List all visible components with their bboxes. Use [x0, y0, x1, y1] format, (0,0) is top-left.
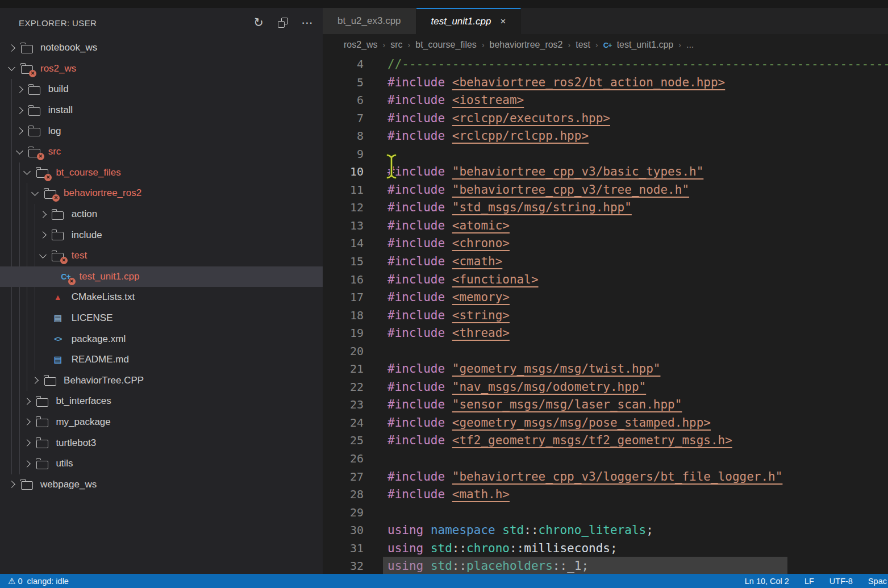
tree-folder-my-package[interactable]: my_package: [0, 412, 323, 433]
error-badge: ✕: [29, 70, 36, 77]
problems-indicator[interactable]: ⚠ 0: [8, 576, 23, 586]
chevron-right-icon: [24, 439, 31, 447]
code-line-25[interactable]: 25#include <tf2_geometry_msgs/tf2_geomet…: [323, 432, 888, 450]
breadcrumb-separator: ›: [595, 40, 598, 49]
code-line-22[interactable]: 22#include "nav_msgs/msg/odometry.hpp": [323, 378, 888, 397]
line-number: 27: [323, 468, 364, 486]
tree-file-package-xml[interactable]: <>package.xml: [0, 328, 323, 349]
code-line-14[interactable]: 14#include <chrono>: [323, 235, 888, 253]
tree-folder-log[interactable]: log: [0, 120, 323, 141]
code-line-7[interactable]: 7#include <rclcpp/executors.hpp>: [323, 110, 888, 128]
indentation-indicator[interactable]: Spac: [868, 577, 887, 586]
tree-folder-ros2-ws[interactable]: ✕ros2_ws: [0, 59, 323, 80]
code-line-27[interactable]: 27#include "behaviortree_cpp_v3/loggers/…: [323, 468, 888, 486]
tree-file-test-unit1-cpp[interactable]: C+✕test_unit1.cpp: [0, 266, 323, 287]
folder-icon: [44, 377, 56, 386]
chevron-right-icon: [8, 44, 15, 52]
line-number: 6: [323, 91, 364, 110]
tree-folder-turtlebot3[interactable]: turtlebot3: [0, 432, 323, 453]
breadcrumb-item[interactable]: src: [390, 40, 402, 50]
horizontal-scrollbar[interactable]: [383, 557, 787, 574]
breadcrumb-tail[interactable]: ...: [686, 40, 694, 50]
breadcrumb-item[interactable]: bt_course_files: [415, 40, 477, 50]
code-line-19[interactable]: 19#include <thread>: [323, 324, 888, 343]
tree-folder-src[interactable]: ✕src: [0, 141, 323, 162]
tree-file-cmakelists-txt[interactable]: ▲CMakeLists.txt: [0, 287, 323, 308]
tree-item-label: install: [48, 105, 73, 116]
line-number: 15: [323, 253, 364, 271]
file-tree: notebook_ws✕ros2_wsbuildinstalllog✕src✕b…: [0, 37, 323, 495]
eol-indicator[interactable]: LF: [804, 577, 814, 586]
tree-item-label: build: [48, 84, 69, 95]
code-line-15[interactable]: 15#include <cmath>: [323, 253, 888, 271]
tree-item-label: test: [72, 250, 87, 261]
tree-folder-behaviortree-ros2[interactable]: ✕behaviortree_ros2: [0, 183, 323, 204]
chevron-right-icon: [8, 481, 15, 488]
tree-file-readme-md[interactable]: ▤README.md: [0, 349, 323, 370]
cursor-position[interactable]: Ln 10, Col 2: [745, 577, 789, 586]
code-line-6[interactable]: 6#include <iostream>: [323, 91, 888, 110]
code-line-31[interactable]: 31using std::chrono::milliseconds;: [323, 540, 888, 558]
folder-icon: [28, 128, 40, 136]
code-line-18[interactable]: 18#include <string>: [323, 307, 888, 325]
tree-folder-install[interactable]: install: [0, 100, 323, 121]
tab-bt-u2-ex3-cpp[interactable]: bt_u2_ex3.cpp: [323, 8, 416, 34]
refresh-icon[interactable]: ↻: [251, 15, 265, 30]
tree-folder-notebook-ws[interactable]: notebook_ws: [0, 37, 323, 59]
tree-item-label: behaviortree_ros2: [64, 187, 141, 199]
code-line-17[interactable]: 17#include <memory>: [323, 289, 888, 307]
code-line-24[interactable]: 24#include <geometry_msgs/msg/pose_stamp…: [323, 414, 888, 432]
code-line-30[interactable]: 30using namespace std::chrono_literals;: [323, 522, 888, 540]
code-line-11[interactable]: 11#include "behaviortree_cpp_v3/tree_nod…: [323, 181, 888, 199]
encoding-indicator[interactable]: UTF-8: [829, 577, 853, 586]
folder-icon: [21, 45, 33, 53]
tree-folder-bt-interfaces[interactable]: bt_interfaces: [0, 391, 323, 412]
tree-folder-utils[interactable]: utils: [0, 453, 323, 474]
tree-folder-include[interactable]: include: [0, 224, 323, 245]
close-icon[interactable]: ×: [500, 16, 506, 27]
breadcrumb-file[interactable]: test_unit1.cpp: [617, 40, 674, 50]
code-line-12[interactable]: 12#include "std_msgs/msg/string.hpp": [323, 199, 888, 217]
language-server-status[interactable]: clangd: idle: [27, 577, 69, 586]
code-line-5[interactable]: 5#include <behaviortree_ros2/bt_action_n…: [323, 74, 888, 92]
code-line-8[interactable]: 8#include <rclcpp/rclcpp.hpp>: [323, 127, 888, 145]
chevron-right-icon: [16, 107, 23, 114]
breadcrumb-item[interactable]: test: [576, 40, 590, 50]
breadcrumb-separator: ›: [568, 40, 571, 49]
code-line-9[interactable]: 9: [323, 145, 888, 164]
folder-icon: [36, 461, 48, 469]
code-line-20[interactable]: 20: [323, 343, 888, 361]
tree-folder-build[interactable]: build: [0, 79, 323, 100]
line-number: 26: [323, 450, 364, 468]
chevron-right-icon: [24, 460, 31, 468]
tree-folder-webpage-ws[interactable]: webpage_ws: [0, 474, 323, 495]
chevron-down-icon: [31, 189, 39, 196]
tree-file-license[interactable]: ▤LICENSE: [0, 308, 323, 329]
code-line-23[interactable]: 23#include "sensor_msgs/msg/laser_scan.h…: [323, 396, 888, 414]
breadcrumb-item[interactable]: behaviortree_ros2: [490, 40, 563, 50]
code-line-29[interactable]: 29: [323, 504, 888, 522]
chevron-right-icon: [16, 127, 23, 135]
tree-folder-action[interactable]: action: [0, 204, 323, 225]
tree-folder-bt-course-files[interactable]: ✕bt_course_files: [0, 162, 323, 184]
code-line-28[interactable]: 28#include <math.h>: [323, 486, 888, 504]
code-line-26[interactable]: 26: [323, 450, 888, 468]
explorer-header: EXPLORER: USER ↻ ⋯: [0, 8, 323, 37]
chevron-right-icon: [24, 398, 31, 405]
code-line-16[interactable]: 16#include <functional>: [323, 271, 888, 289]
license-file-icon: ▤: [54, 313, 62, 323]
code-line-10[interactable]: 10#include "behaviortree_cpp_v3/basic_ty…: [323, 163, 888, 181]
collapse-folders-icon[interactable]: [277, 16, 289, 29]
code-line-21[interactable]: 21#include "geometry_msgs/msg/twist.hpp": [323, 360, 888, 378]
line-number: 17: [323, 289, 364, 307]
more-actions-icon[interactable]: ⋯: [301, 16, 314, 29]
code-line-13[interactable]: 13#include <atomic>: [323, 217, 888, 235]
tree-folder-behaviortree-cpp[interactable]: BehaviorTree.CPP: [0, 370, 323, 391]
tab-test-unit1-cpp[interactable]: test_unit1.cpp×: [416, 8, 522, 34]
breadcrumb-item[interactable]: ros2_ws: [344, 40, 378, 50]
line-number: 23: [323, 396, 364, 414]
tree-folder-test[interactable]: ✕test: [0, 245, 323, 266]
code-line-4[interactable]: 4//-------------------------------------…: [323, 56, 888, 74]
code-editor[interactable]: 4//-------------------------------------…: [323, 56, 888, 574]
chevron-right-icon: [24, 419, 31, 426]
